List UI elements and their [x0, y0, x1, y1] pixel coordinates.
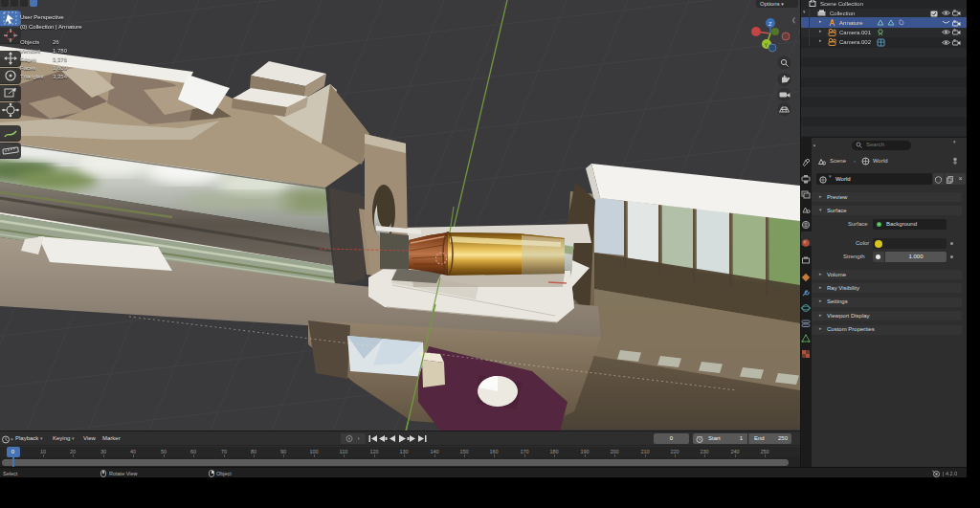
svg-text:Y: Y	[765, 42, 768, 48]
svg-text:Z: Z	[768, 21, 772, 27]
